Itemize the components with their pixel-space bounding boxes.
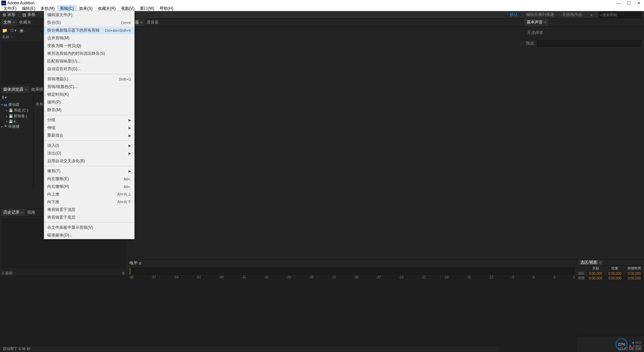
row-selection-label: 选区: [577, 271, 586, 276]
menu-窗口[interactable]: 窗口(W): [137, 6, 157, 11]
menu-item[interactable]: 修剪(T)▶: [44, 167, 135, 175]
tree-drives[interactable]: ▾🖴驱动器: [1, 102, 32, 107]
essential-sound-no-selection: 无选择项: [523, 27, 644, 39]
menu-帮助[interactable]: 帮助(H): [157, 6, 176, 11]
new-multitrack-icon[interactable]: ▣.: [19, 28, 25, 33]
menu-效果[interactable]: 效果(S): [76, 6, 95, 11]
tree-system-c[interactable]: ▸💾系统 (C:): [1, 107, 32, 113]
workspace-radio[interactable]: 无线电作品: [560, 12, 584, 17]
panel-menu-icon[interactable]: ≡: [599, 261, 601, 264]
menu-item[interactable]: 淡出(O)▶: [44, 149, 135, 157]
row-view-label: 视图: [577, 276, 586, 280]
multitrack-view-button[interactable]: ▤ 多轨: [20, 11, 38, 18]
col-start: 开始: [586, 266, 605, 271]
workspace-default[interactable]: 默认: [508, 12, 520, 17]
menu-item[interactable]: 在文件面板中显示剪辑(V): [44, 224, 135, 231]
menu-item[interactable]: 将剪辑置于底层: [44, 214, 135, 221]
tree-e-drive[interactable]: ▸💾E:: [1, 119, 32, 124]
maximize-button[interactable]: ☐: [627, 1, 631, 6]
menu-item[interactable]: 循环(P): [44, 98, 135, 106]
menu-item[interactable]: 合并剪辑(M): [44, 34, 135, 42]
menu-item[interactable]: 变换为唯一拷贝(Q): [44, 42, 135, 50]
workspace-edit-audio-video[interactable]: 编辑音频到视频: [524, 12, 556, 17]
preset-dropdown[interactable]: [537, 40, 641, 46]
disk-free: 121.67 GB 空闲: [618, 347, 641, 351]
menu-item[interactable]: 匹配剪辑响度(U)...: [44, 57, 135, 65]
menu-收藏夹[interactable]: 收藏夹(R): [95, 6, 118, 11]
effects-rack-tab[interactable]: 效果组: [29, 86, 45, 93]
essential-sound-tab[interactable]: 基本声音≡: [525, 18, 548, 26]
status-bar: 启动用了 3.56 秒: [0, 345, 499, 352]
workspace-switcher: 默认 编辑音频到视频 无线电作品 » ⌕: [508, 12, 644, 18]
menu-item[interactable]: 静音(M): [44, 106, 135, 114]
menu-item[interactable]: 拆分(S)Ctrl+K: [44, 19, 135, 27]
menu-item[interactable]: 剪辑增益(L)Shift+G: [44, 75, 135, 83]
multitrack-icon: ▤: [22, 12, 26, 17]
menu-item[interactable]: 将所选剪辑内的时间选区静音(S): [44, 50, 135, 57]
menu-item[interactable]: 将剪辑置于顶层: [44, 206, 135, 214]
panel-menu-icon[interactable]: ≡: [141, 20, 143, 24]
open-file-icon[interactable]: 📁: [2, 28, 7, 33]
view-end[interactable]: 0:00.000: [607, 276, 623, 280]
menu-item[interactable]: 向下推Alt+向下: [44, 198, 135, 206]
titlebar: Au Adobe Audition — ☐ ✕: [0, 0, 644, 6]
menu-item[interactable]: 启用自动交叉淡化(B): [44, 157, 135, 165]
levels-panel: 电平≡ dB-57-54-51-48-45-42-39-36-33-30-27-…: [127, 259, 577, 275]
panel-menu-icon[interactable]: ≡: [25, 88, 27, 91]
menu-多轨[interactable]: 多轨(M): [38, 6, 57, 11]
media-browser-tab[interactable]: 媒体浏览器≡: [1, 86, 29, 93]
menu-item[interactable]: 剪辑/组颜色(C)...: [44, 83, 135, 91]
panel-menu-icon[interactable]: ≡: [13, 20, 15, 24]
view-dur[interactable]: 0:00.000: [626, 276, 642, 280]
tree-shortcuts[interactable]: ▸⚑快捷键: [1, 124, 32, 129]
clip-menu-dropdown: 编辑源文件(F)拆分(S)Ctrl+K拆分播放指示器下的所有剪辑Ctrl+Alt…: [44, 11, 135, 239]
menu-item[interactable]: 拆分播放指示器下的所有剪辑Ctrl+Alt+Shift+K: [44, 27, 135, 34]
menu-item[interactable]: 向左微移(E)Alt+,: [44, 175, 135, 183]
menu-item[interactable]: 编辑源文件(F): [44, 11, 135, 19]
status-message: 启动用了 3.56 秒: [3, 346, 31, 351]
menu-item[interactable]: 锁定时间(K): [44, 91, 135, 98]
trash-icon[interactable]: 🗑: [122, 271, 125, 275]
panel-menu-icon[interactable]: ≡: [544, 20, 546, 24]
editor-area: [127, 27, 523, 264]
close-button[interactable]: ✕: [637, 1, 641, 6]
files-tab[interactable]: 文件≡: [1, 18, 17, 26]
menu-item[interactable]: 自动语音对齐(G)...: [44, 65, 135, 73]
waveform-view-button[interactable]: ⊞ 波形: [0, 11, 18, 18]
favorites-tab[interactable]: 收藏夹: [17, 18, 33, 26]
mixer-tab[interactable]: 混音器: [145, 18, 161, 26]
help-search-input[interactable]: [602, 13, 636, 17]
menu-item[interactable]: 链接媒体(D)...: [44, 231, 135, 239]
menu-item[interactable]: 分组▶: [44, 116, 135, 124]
selection-view-tab[interactable]: 选区/视图≡: [578, 260, 603, 265]
menu-item[interactable]: 向上推Alt+向上: [44, 190, 135, 198]
panel-menu-icon[interactable]: ≡: [139, 261, 141, 266]
app-title: Adobe Audition: [7, 1, 35, 5]
io-rate-1: 0K/s: [635, 341, 641, 344]
menu-item[interactable]: 伸缩▶: [44, 124, 135, 132]
menu-剪辑[interactable]: 剪辑(C): [57, 5, 76, 12]
menu-文件[interactable]: 文件(F): [1, 6, 19, 11]
workspace-overflow[interactable]: »: [588, 13, 594, 17]
panel-menu-icon[interactable]: ≡: [21, 211, 23, 214]
import-icon[interactable]: ⬇▾: [1, 95, 7, 100]
view-start[interactable]: 0:00.000: [588, 276, 604, 280]
menu-item[interactable]: 重新混合▶: [44, 132, 135, 139]
menu-编辑[interactable]: 编辑(E): [19, 6, 38, 11]
col-duration: 持续时间: [625, 266, 644, 271]
sel-dur[interactable]: 0:00.000: [626, 272, 642, 275]
search-icon: ⌕: [600, 12, 602, 17]
video-tab[interactable]: 视频: [25, 209, 37, 216]
menu-视图[interactable]: 视图(V): [118, 6, 137, 11]
menu-item[interactable]: 向右微移(H)Alt+.: [44, 183, 135, 190]
help-search[interactable]: ⌕: [598, 12, 642, 18]
preset-label: 预设:: [526, 41, 535, 46]
new-audio-icon[interactable]: 🗋▾: [10, 28, 17, 33]
sel-end[interactable]: 0:00.000: [607, 272, 623, 275]
tree-new-volume[interactable]: ▸💾新加卷 (: [1, 113, 32, 119]
sel-start[interactable]: 0:00.000: [588, 272, 604, 275]
minimize-button[interactable]: —: [616, 1, 621, 6]
menu-item[interactable]: 淡入(I)▶: [44, 142, 135, 149]
app-icon: Au: [1, 1, 6, 5]
history-tab[interactable]: 历史记录≡: [1, 209, 25, 216]
